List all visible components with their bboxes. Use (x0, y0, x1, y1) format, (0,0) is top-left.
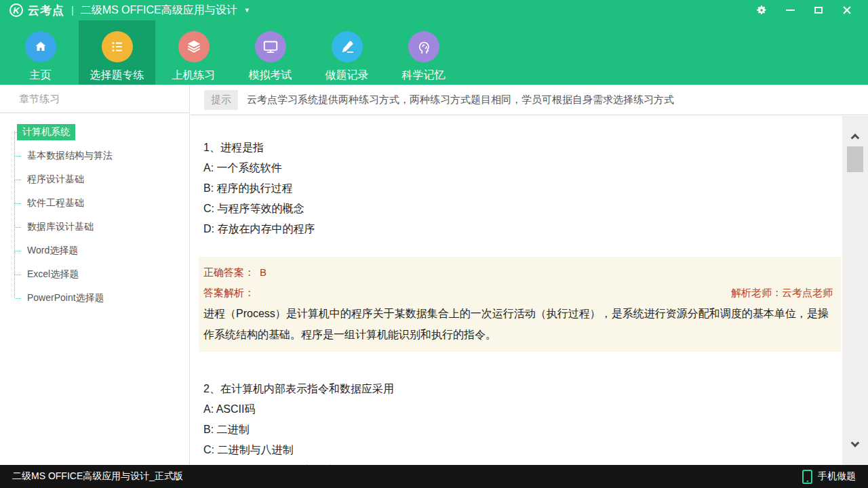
list-icon (102, 31, 133, 62)
nav-label: 主页 (30, 68, 52, 83)
analysis-label: 答案解析： (203, 283, 254, 303)
sidebar-item-programming-basics[interactable]: 程序设计基础 (0, 167, 189, 191)
logo-icon: K (9, 3, 23, 17)
nav-label: 上机练习 (172, 68, 216, 83)
title-bar: K 云考点 | 二级MS OFFICE高级应用与设计 ▼ (0, 0, 868, 20)
nav-item-scientific-memory[interactable]: 科学记忆 (385, 20, 462, 85)
nav-item-mock-exam[interactable]: 模拟考试 (232, 20, 309, 85)
correct-answer-label: 正确答案： (203, 266, 254, 278)
maximize-icon (814, 7, 823, 14)
question-option-d: D: 二进制、八进制、与十六进制 (203, 460, 833, 465)
sidebar-item-label: Word选择题 (22, 243, 83, 259)
answer-block: 正确答案：B 答案解析： 解析老师：云考点老师 进程（Process）是计算机中… (199, 257, 841, 352)
monitor-icon (255, 31, 286, 62)
scrollbar[interactable] (842, 116, 868, 465)
sidebar-item-software-engineering[interactable]: 软件工程基础 (0, 191, 189, 215)
question-option-a: A: ASCII码 (203, 399, 833, 420)
close-icon (842, 5, 852, 15)
nav-item-question-record[interactable]: 做题记录 (309, 20, 385, 85)
phone-icon (802, 470, 812, 484)
status-course-name: 二级MS OFFICE高级应用与设计_正式版 (12, 470, 183, 483)
question-option-c: C: 与程序等效的概念 (203, 199, 833, 219)
sidebar-item-data-structures[interactable]: 基本数据结构与算法 (0, 144, 189, 167)
sidebar-item-powerpoint[interactable]: PowerPoint选择题 (0, 286, 189, 310)
question-option-a: A: 一个系统软件 (203, 158, 833, 178)
question-list: 1、进程是指 A: 一个系统软件 B: 程序的执行过程 C: 与程序等效的概念 … (191, 115, 868, 465)
question-option-d: D: 存放在内存中的程序 (203, 219, 833, 239)
status-bar: 二级MS OFFICE高级应用与设计_正式版 手机做题 (0, 465, 868, 488)
mobile-practice-label: 手机做题 (818, 470, 856, 483)
title-separator: | (71, 5, 74, 16)
question-panel: 提示 云考点学习系统提供两种练习方式，两种练习方式题目相同，学员可根据自身需求选… (191, 85, 868, 465)
sidebar-item-computer-system[interactable]: 计算机系统 (0, 120, 189, 144)
course-title: 二级MS OFFICE高级应用与设计 (81, 3, 237, 18)
maximize-button[interactable] (807, 0, 830, 20)
chevron-down-icon[interactable]: ▼ (244, 7, 250, 14)
tip-text: 云考点学习系统提供两种练习方式，两种练习方式题目相同，学员可根据自身需求选择练习… (247, 94, 674, 106)
sidebar-item-label: 数据库设计基础 (22, 219, 98, 235)
home-icon (25, 31, 56, 62)
nav-item-computer-practice[interactable]: 上机练习 (155, 20, 232, 85)
sidebar-item-word[interactable]: Word选择题 (0, 239, 189, 262)
nav-label: 做题记录 (326, 68, 369, 83)
chapter-sidebar: 章节练习 计算机系统 基本数据结构与算法 程序设计基础 软件工程基础 数据库设计… (0, 85, 190, 465)
main-nav: 主页 选择题专练 上机练习 模拟考试 (0, 20, 868, 85)
sidebar-item-label: PowerPoint选择题 (22, 290, 109, 306)
sidebar-item-database-design[interactable]: 数据库设计基础 (0, 215, 189, 239)
brand-name: 云考点 (28, 3, 64, 18)
tip-badge: 提示 (204, 90, 238, 110)
question-option-b: B: 程序的执行过程 (203, 178, 833, 199)
nav-label: 科学记忆 (402, 68, 446, 83)
question-option-c: C: 二进制与八进制 (203, 440, 833, 460)
gear-icon (755, 4, 768, 16)
answer-explanation: 进程（Process）是计算机中的程序关于某数据集合上的一次运行活动（执行过程）… (203, 303, 833, 345)
sidebar-header: 章节练习 (0, 85, 189, 113)
sidebar-item-label: 软件工程基础 (22, 195, 89, 211)
correct-answer-value: B (260, 266, 267, 278)
nav-item-home[interactable]: 主页 (2, 20, 79, 85)
analysis-teacher: 解析老师：云考点老师 (731, 283, 833, 303)
scrollbar-thumb[interactable] (847, 146, 863, 172)
question-2: 2、在计算机内部表示指令和数据应采用 A: ASCII码 B: 二进制 C: 二… (203, 379, 833, 465)
layers-icon (178, 31, 210, 62)
sidebar-item-label: 计算机系统 (17, 124, 75, 140)
minimize-icon (786, 9, 795, 11)
minimize-button[interactable] (778, 0, 802, 20)
sidebar-item-excel[interactable]: Excel选择题 (0, 262, 189, 286)
brain-icon (408, 31, 439, 62)
app-logo: K 云考点 (9, 3, 64, 18)
scroll-up-icon[interactable] (851, 134, 860, 142)
tip-row: 提示 云考点学习系统提供两种练习方式，两种练习方式题目相同，学员可根据自身需求选… (191, 85, 868, 115)
chapter-tree: 计算机系统 基本数据结构与算法 程序设计基础 软件工程基础 数据库设计基础 Wo… (0, 113, 189, 310)
pencil-icon (332, 31, 363, 62)
nav-label: 模拟考试 (249, 68, 292, 83)
nav-label: 选择题专练 (90, 68, 144, 83)
question-title: 1、进程是指 (203, 138, 833, 158)
question-1: 1、进程是指 A: 一个系统软件 B: 程序的执行过程 C: 与程序等效的概念 … (203, 138, 833, 239)
window-controls (750, 0, 859, 20)
sidebar-item-label: Excel选择题 (22, 266, 83, 283)
mobile-practice-button[interactable]: 手机做题 (802, 470, 856, 484)
correct-answer-row: 正确答案：B (203, 262, 833, 283)
sidebar-item-label: 基本数据结构与算法 (22, 148, 117, 164)
nav-item-choice-practice[interactable]: 选择题专练 (79, 20, 155, 85)
analysis-row: 答案解析： 解析老师：云考点老师 (203, 283, 833, 303)
question-option-b: B: 二进制 (203, 420, 833, 440)
question-title: 2、在计算机内部表示指令和数据应采用 (203, 379, 833, 399)
scroll-down-icon[interactable] (851, 439, 860, 447)
settings-button[interactable] (750, 0, 773, 20)
close-button[interactable] (835, 0, 859, 20)
sidebar-item-label: 程序设计基础 (22, 171, 89, 188)
